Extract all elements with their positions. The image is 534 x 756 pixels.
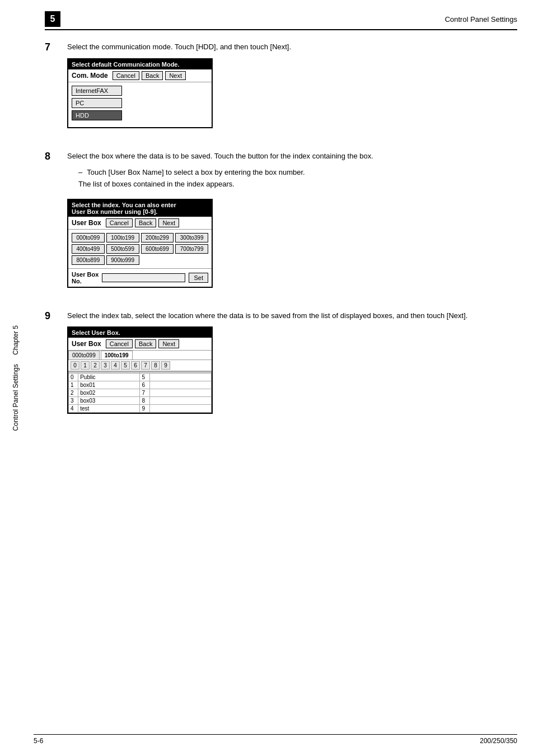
box-name-left: Public	[78, 374, 140, 381]
num-tab-9[interactable]: 9	[161, 361, 170, 370]
step-7-content: Select the communication mode. Touch [HD…	[67, 41, 517, 135]
select-userbox-cancel-btn[interactable]: Cancel	[106, 339, 133, 348]
box-name-left: box02	[78, 389, 140, 397]
step-7-block: 7 Select the communication mode. Touch […	[45, 41, 517, 135]
main-content: 5 Control Panel Settings 7 Select the co…	[34, 0, 534, 447]
userbox-index-cancel-btn[interactable]: Cancel	[106, 218, 133, 227]
box-name-left: box03	[78, 397, 140, 405]
box-num-right: 7	[140, 389, 149, 397]
index-800to899[interactable]: 800to899	[72, 255, 105, 265]
step-8-block: 8 Select the box where the data is to be…	[45, 151, 517, 295]
index-grid: 000to099 100to199 200to299 300to399 400t…	[68, 230, 212, 268]
userbox-no-label: User BoxNo.	[72, 271, 99, 284]
box-name-left: test	[78, 405, 140, 413]
step-9-content: Select the index tab, select the locatio…	[67, 310, 517, 421]
step-9-block: 9 Select the index tab, select the locat…	[45, 310, 517, 421]
index-000to099[interactable]: 000to099	[72, 233, 105, 242]
com-mode-cancel-btn[interactable]: Cancel	[113, 71, 139, 80]
index-100to199[interactable]: 100to199	[106, 233, 139, 242]
table-row[interactable]: 1 box01 6	[69, 381, 212, 389]
com-mode-dialog-title: Select default Communication Mode.	[68, 59, 212, 69]
index-900to999[interactable]: 900to999	[106, 255, 139, 265]
page-title: Control Panel Settings	[67, 15, 517, 24]
com-mode-label: Com. Mode	[72, 72, 108, 80]
num-tab-1[interactable]: 1	[81, 361, 90, 370]
sub-tab-000to099[interactable]: 000to099	[68, 351, 100, 360]
step-9-description: Select the index tab, select the locatio…	[67, 310, 517, 321]
num-tab-4[interactable]: 4	[111, 361, 120, 370]
step-8-sub: – Touch [User Box Name] to select a box …	[78, 167, 517, 190]
com-mode-dialog: Select default Communication Mode. Com. …	[67, 58, 213, 128]
index-500to599[interactable]: 500to599	[106, 244, 139, 254]
num-tab-2[interactable]: 2	[91, 361, 100, 370]
userbox-index-next-btn[interactable]: Next	[158, 218, 179, 227]
num-tab-8[interactable]: 8	[151, 361, 160, 370]
box-num-right: 5	[140, 374, 149, 381]
select-userbox-dialog: Select User Box. User Box Cancel Back Ne…	[67, 326, 213, 414]
userbox-index-toolbar: User Box Cancel Back Next	[68, 217, 212, 230]
step-8-note: The list of boxes contained in the index…	[78, 179, 517, 190]
index-400to499[interactable]: 400to499	[72, 244, 105, 254]
box-name-right	[149, 397, 211, 405]
sub-tabs: 000to099 100to199	[68, 351, 212, 360]
box-num-left: 0	[69, 374, 78, 381]
step-9-number: 9	[45, 310, 58, 421]
step-8-description: Select the box where the data is to be s…	[67, 151, 517, 162]
mode-internetfax[interactable]: InternetFAX	[72, 86, 122, 96]
step-7-number: 7	[45, 41, 58, 135]
userbox-no-input[interactable]	[102, 273, 185, 282]
section-label: Control Panel Settings	[12, 364, 20, 431]
index-200to299[interactable]: 200to299	[141, 233, 174, 242]
step-8-dash: – Touch [User Box Name] to select a box …	[78, 167, 517, 179]
index-300to399[interactable]: 300to399	[175, 233, 208, 242]
table-row[interactable]: 0 Public 5	[69, 374, 212, 381]
footer-right: 200/250/350	[480, 737, 517, 745]
userbox-index-label: User Box	[72, 219, 101, 227]
box-name-right	[149, 389, 211, 397]
select-userbox-next-btn[interactable]: Next	[158, 339, 179, 348]
num-tab-0[interactable]: 0	[71, 361, 79, 370]
num-tab-3[interactable]: 3	[101, 361, 110, 370]
table-row[interactable]: 3 box03 8	[69, 397, 212, 405]
num-tab-6[interactable]: 6	[131, 361, 140, 370]
select-userbox-label: User Box	[72, 340, 101, 348]
num-tab-5[interactable]: 5	[121, 361, 130, 370]
userbox-index-title: Select the index. You can also enter Use…	[68, 200, 212, 217]
box-num-right: 8	[140, 397, 149, 405]
step-7-description: Select the communication mode. Touch [HD…	[67, 41, 517, 53]
sub-tab-100to199[interactable]: 100to199	[101, 351, 133, 360]
page-footer: 5-6 200/250/350	[34, 734, 517, 745]
com-mode-toolbar: Com. Mode Cancel Back Next	[68, 69, 212, 82]
step-8-sub-text: Touch [User Box Name] to select a box by…	[87, 167, 305, 179]
userbox-index-back-btn[interactable]: Back	[135, 218, 156, 227]
box-name-right	[149, 405, 211, 413]
number-tabs: 0 1 2 3 4 5 6 7 8 9	[68, 360, 212, 371]
mode-pc[interactable]: PC	[72, 98, 122, 108]
com-mode-next-btn[interactable]: Next	[165, 71, 186, 80]
box-num-left: 3	[69, 397, 78, 405]
footer-left: 5-6	[34, 737, 43, 745]
box-num-right: 6	[140, 381, 149, 389]
select-userbox-toolbar: User Box Cancel Back Next	[68, 338, 212, 351]
mode-hdd[interactable]: HDD	[72, 110, 122, 120]
index-700to799[interactable]: 700to799	[175, 244, 208, 254]
table-row[interactable]: 2 box02 7	[69, 389, 212, 397]
step-8-number: 8	[45, 151, 58, 295]
index-600to699[interactable]: 600to699	[141, 244, 174, 254]
select-userbox-title: Select User Box.	[68, 328, 212, 338]
select-userbox-back-btn[interactable]: Back	[135, 339, 156, 348]
com-mode-body: InternetFAX PC HDD	[68, 82, 212, 127]
box-num-left: 1	[69, 381, 78, 389]
userbox-index-dialog: Select the index. You can also enter Use…	[67, 199, 213, 288]
chapter-badge: 5	[45, 11, 60, 27]
table-row[interactable]: 4 test 9	[69, 405, 212, 413]
chapter-label: Chapter 5	[12, 325, 20, 355]
userbox-footer: User BoxNo. Set	[68, 268, 212, 287]
sidebar: Chapter 5 Control Panel Settings	[0, 0, 31, 756]
num-tab-7[interactable]: 7	[141, 361, 150, 370]
box-num-left: 4	[69, 405, 78, 413]
box-num-left: 2	[69, 389, 78, 397]
box-name-right	[149, 381, 211, 389]
userbox-set-btn[interactable]: Set	[189, 273, 208, 283]
com-mode-back-btn[interactable]: Back	[142, 71, 163, 80]
